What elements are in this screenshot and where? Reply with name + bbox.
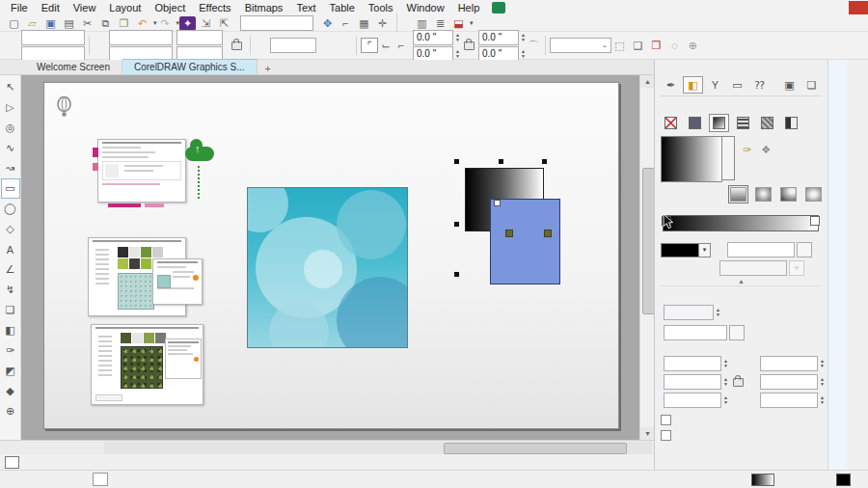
- copy-icon[interactable]: ⧉: [97, 16, 114, 31]
- crosshair-icon[interactable]: ✛: [374, 16, 391, 31]
- gradient-end-node[interactable]: [810, 216, 820, 226]
- node-color-swatch[interactable]: [661, 243, 699, 258]
- document-properties-icon[interactable]: ▥: [414, 16, 430, 31]
- frame-tab-icon[interactable]: ▭: [727, 76, 747, 94]
- symmetry-icon[interactable]: ◌: [666, 39, 683, 53]
- freehand-tool[interactable]: ∿: [1, 138, 20, 158]
- shadow-tool[interactable]: ❏: [1, 300, 20, 320]
- redo-icon[interactable]: ↷: [157, 16, 174, 31]
- selection-handle[interactable]: [454, 159, 459, 164]
- first-page-icon[interactable]: [14, 442, 27, 454]
- mirror-vertical-icon[interactable]: [337, 39, 352, 52]
- fillet-icon[interactable]: ⌒: [526, 39, 541, 52]
- transparency-tool[interactable]: ◧: [1, 320, 20, 340]
- rectangle-tool[interactable]: ▭: [1, 178, 20, 199]
- menu-file[interactable]: File: [4, 2, 35, 14]
- no-fill-button[interactable]: [661, 114, 681, 132]
- node-color-dropdown[interactable]: ▾: [699, 243, 711, 258]
- fill-skew-input[interactable]: [760, 393, 818, 408]
- scale-width-input[interactable]: [176, 30, 223, 45]
- outline-width-select[interactable]: ⌄: [550, 38, 611, 53]
- selection-handle[interactable]: [454, 222, 459, 227]
- connector-tool[interactable]: ↯: [1, 280, 20, 300]
- menu-bitmaps[interactable]: Bitmaps: [238, 2, 290, 14]
- node-opacity-input[interactable]: [727, 242, 795, 258]
- gradient-strip[interactable]: [663, 215, 819, 231]
- close-window-button[interactable]: [849, 1, 868, 14]
- fill-rotation-input[interactable]: [664, 393, 721, 408]
- fill-height-input[interactable]: [664, 374, 721, 390]
- menu-table[interactable]: Table: [323, 2, 362, 14]
- pan-icon[interactable]: ✥: [319, 16, 336, 31]
- fountain-preset-preview[interactable]: [661, 136, 722, 182]
- fountain-fill-button[interactable]: [709, 114, 729, 132]
- fountain-preset-dropdown[interactable]: [722, 136, 735, 180]
- corner-style-icon[interactable]: ⌜: [361, 38, 378, 53]
- previous-page-icon[interactable]: [27, 442, 41, 454]
- lock-ratio-icon[interactable]: [231, 41, 242, 50]
- open-icon[interactable]: ▱: [24, 16, 41, 31]
- zoom-level-select[interactable]: [240, 15, 313, 31]
- monitor-icon[interactable]: ⬓: [450, 16, 467, 31]
- paste-icon[interactable]: ❐: [116, 16, 132, 31]
- options-icon[interactable]: ≣: [432, 16, 448, 31]
- dimension-tool[interactable]: ∠: [1, 259, 20, 280]
- eyedropper-tool[interactable]: ✑: [1, 340, 20, 361]
- corner-style-icon[interactable]: ⌙: [378, 39, 393, 52]
- selection-handle[interactable]: [454, 272, 459, 277]
- scroll-panel-icon[interactable]: ▣: [779, 76, 800, 94]
- wrap-text-icon[interactable]: ⬚: [611, 39, 628, 53]
- print-icon[interactable]: ▤: [61, 16, 77, 31]
- fill-x-input[interactable]: [760, 356, 818, 371]
- gradient-node[interactable]: [544, 230, 552, 237]
- horizontal-scrollbar[interactable]: [104, 442, 652, 454]
- lock-fill-ratio-icon[interactable]: [733, 378, 744, 387]
- store-icon[interactable]: [492, 2, 505, 14]
- postscript-fill-button[interactable]: [781, 114, 801, 132]
- scroll-down-icon[interactable]: ▼: [640, 427, 655, 440]
- gradient-node[interactable]: [505, 230, 513, 237]
- lock-corners-icon[interactable]: [464, 41, 475, 50]
- object-width-input[interactable]: [109, 30, 173, 45]
- fill-y-input[interactable]: [760, 374, 818, 390]
- interactive-fill-tool[interactable]: ◆: [1, 381, 20, 401]
- fill-winding-checkbox[interactable]: [661, 430, 671, 441]
- fill-tab-icon[interactable]: ◧: [683, 76, 703, 94]
- selection-handle[interactable]: [542, 159, 547, 164]
- vertical-scrollbar[interactable]: ▲ ▼: [639, 75, 655, 440]
- shape-tool[interactable]: ▷: [1, 97, 20, 118]
- rulers-icon[interactable]: ⌐: [338, 16, 354, 31]
- add-page-after-icon[interactable]: [75, 442, 89, 454]
- menu-object[interactable]: Object: [148, 2, 192, 14]
- elliptical-fountain-button[interactable]: [755, 187, 772, 202]
- smart-fill-tool[interactable]: ◩: [1, 361, 20, 381]
- section-divider[interactable]: ▲: [661, 277, 822, 286]
- last-page-icon[interactable]: [62, 442, 75, 454]
- corner-radius-input[interactable]: 0.0 ": [413, 30, 453, 45]
- float-panel-icon[interactable]: ❏: [801, 76, 822, 94]
- menu-help[interactable]: Help: [451, 2, 487, 14]
- free-scale-checkbox[interactable]: [661, 415, 671, 425]
- pick-tool[interactable]: ↖: [1, 77, 20, 97]
- export-icon[interactable]: ⇱: [216, 16, 232, 31]
- chevron-down-icon[interactable]: ▾: [470, 19, 474, 27]
- conical-fountain-button[interactable]: [780, 187, 797, 202]
- fill-preview-swatch[interactable]: [751, 474, 774, 486]
- transparency-tab-icon[interactable]: Y: [705, 76, 725, 94]
- document-tab-coreldraw-graphics-s-[interactable]: CorelDRAW Graphics S...: [122, 59, 258, 74]
- polygon-tool[interactable]: ◇: [1, 219, 20, 239]
- mirror-horizontal-icon[interactable]: [321, 39, 337, 52]
- status-expand-icon[interactable]: [93, 473, 108, 486]
- menu-view[interactable]: View: [67, 2, 103, 14]
- next-page-icon[interactable]: [48, 442, 62, 454]
- save-icon[interactable]: ▣: [42, 16, 59, 31]
- to-front-icon[interactable]: ❑: [630, 39, 646, 53]
- add-tools-button[interactable]: ⊕: [1, 401, 20, 421]
- menu-tools[interactable]: Tools: [362, 2, 400, 14]
- menu-window[interactable]: Window: [400, 2, 451, 14]
- new-document-tab-button[interactable]: +: [258, 64, 279, 74]
- summary-tab-icon[interactable]: ⁇: [749, 76, 770, 94]
- corner-style-icon[interactable]: ⌐: [393, 39, 409, 52]
- document-tab-welcome-screen[interactable]: Welcome Screen: [25, 60, 122, 74]
- menu-effects[interactable]: Effects: [192, 2, 237, 14]
